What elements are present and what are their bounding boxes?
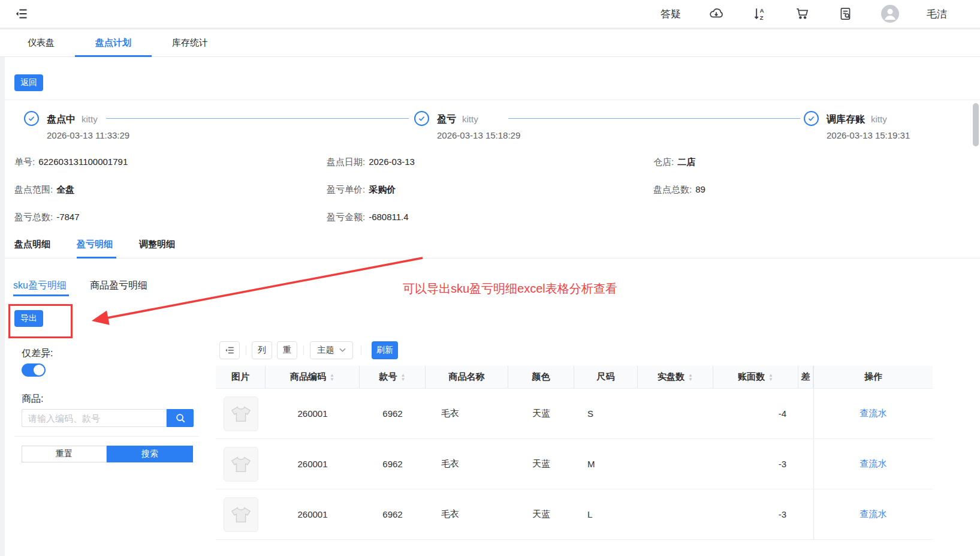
cell-color: 天蓝 [508, 489, 574, 539]
field-store-label: 仓店: [653, 157, 674, 167]
inventory-app: 答疑 A Z [0, 0, 980, 556]
sort-icon[interactable]: ▲▼ [330, 373, 334, 381]
table-row: 260001 6962 毛衣 天蓝 M -3 查流水 [216, 439, 933, 489]
table-row: 260001 6962 毛衣 天蓝 S -4 查流水 [216, 389, 933, 439]
page-gutter [0, 57, 5, 556]
tab-stocktake-detail[interactable]: 盘点明细 [14, 239, 50, 250]
cell-clipped [798, 489, 813, 539]
table-settings-button[interactable] [219, 341, 240, 359]
cell-name: 毛衣 [426, 389, 508, 438]
tab-adjust-detail[interactable]: 调整明细 [139, 239, 175, 250]
svg-text:A: A [760, 7, 764, 14]
reset-button[interactable]: 重置 [22, 446, 107, 462]
section-divider [5, 100, 980, 100]
cell-book: -4 [713, 389, 798, 438]
cell-clipped [798, 439, 813, 489]
sort-icon[interactable]: ▲▼ [688, 373, 693, 381]
cell-book: -3 [713, 439, 798, 489]
cell-name: 毛衣 [426, 489, 508, 539]
flow-link[interactable]: 查流水 [860, 408, 887, 419]
tab-profit-loss-detail[interactable]: 盈亏明细 [77, 239, 113, 250]
sort-icon[interactable]: ▲▼ [768, 373, 773, 381]
cell-size: S [574, 389, 638, 438]
tab-dashboard-label: 仪表盘 [28, 37, 55, 49]
flow-link[interactable]: 查流水 [860, 509, 887, 520]
product-search-input[interactable] [22, 409, 167, 427]
help-link[interactable]: 答疑 [661, 7, 681, 21]
field-scope-label: 盘点范围: [14, 184, 53, 194]
toolbar-divider-2 [303, 345, 304, 355]
shirt-icon [230, 453, 252, 476]
col-header-image: 图片 [216, 366, 266, 388]
search-button[interactable]: 搜索 [107, 446, 193, 462]
search-icon [175, 413, 186, 423]
col-header-style[interactable]: 款号▲▼ [360, 366, 426, 388]
cell-code: 260001 [266, 389, 360, 438]
cell-name: 毛衣 [426, 439, 508, 489]
field-scope: 盘点范围:全盘 [14, 184, 74, 196]
field-total-count: 盘点总数:89 [653, 184, 705, 196]
flow-link[interactable]: 查流水 [860, 458, 887, 470]
refresh-button[interactable]: 刷新 [372, 341, 398, 359]
subtab-sku-pl[interactable]: sku盈亏明细 [13, 279, 67, 292]
field-pl-amount-label: 盈亏金额: [327, 212, 365, 222]
product-image-placeholder[interactable] [224, 497, 258, 532]
avatar[interactable] [881, 5, 899, 23]
columns-button[interactable]: 列 [252, 341, 272, 359]
field-pl-total-label: 盈亏总数: [14, 212, 53, 222]
field-pl-amount-value: -680811.4 [369, 212, 408, 222]
toggle-knob [34, 365, 44, 375]
annotation-text: 可以导出sku盈亏明细excel表格分析查看 [403, 281, 617, 297]
active-subtab-underline [13, 294, 69, 296]
field-store-value: 二店 [677, 157, 695, 167]
tab-stocktake-plan-label: 盘点计划 [95, 37, 131, 49]
sort-icon[interactable]: ▲▼ [401, 373, 406, 381]
field-price-type-label: 盈亏单价: [327, 184, 365, 194]
document-search-icon[interactable] [838, 6, 854, 22]
cloud-download-icon[interactable] [708, 6, 724, 22]
username[interactable]: 毛洁 [927, 7, 947, 21]
weight-button[interactable]: 重 [277, 341, 297, 359]
list-settings-icon [224, 345, 235, 356]
product-image-placeholder[interactable] [224, 447, 258, 482]
col-header-name: 商品名称 [426, 366, 508, 388]
cell-clipped [798, 389, 813, 438]
step2-operator: kitty [462, 114, 478, 124]
field-stocktake-date-label: 盘点日期: [327, 157, 365, 167]
col-header-code[interactable]: 商品编码▲▼ [266, 366, 360, 388]
field-store: 仓店:二店 [653, 157, 695, 168]
cell-actual [638, 489, 713, 539]
col-header-color: 颜色 [508, 366, 574, 388]
theme-dropdown-label: 主题 [318, 345, 334, 356]
collapse-menu-icon[interactable] [14, 7, 29, 21]
col-header-actual[interactable]: 实盘数▲▼ [638, 366, 713, 388]
detail-tabs: 盘点明细 盈亏明细 调整明细 [5, 236, 980, 259]
chevron-down-icon [339, 348, 346, 353]
shopping-cart-icon[interactable] [795, 6, 810, 22]
subtab-product-pl[interactable]: 商品盈亏明细 [90, 279, 147, 292]
cell-actual [638, 439, 713, 489]
svg-text:Z: Z [760, 14, 764, 21]
field-total-count-label: 盘点总数: [653, 184, 692, 194]
cell-style: 6962 [360, 389, 426, 438]
field-stocktake-date: 盘点日期:2026-03-13 [327, 157, 415, 168]
step3-time: 2026-03-13 15:19:31 [827, 130, 910, 140]
product-label: 商品: [22, 393, 43, 405]
step1-title: 盘点中kitty [47, 113, 98, 126]
tab-inventory-stats[interactable]: 库存统计 [152, 29, 228, 56]
cell-style: 6962 [360, 439, 426, 489]
tab-dashboard[interactable]: 仪表盘 [7, 29, 75, 56]
vertical-scrollbar-thumb[interactable] [973, 103, 979, 146]
step3-check-icon [804, 111, 819, 126]
sort-az-icon[interactable]: A Z [752, 6, 767, 22]
theme-dropdown[interactable]: 主题 [310, 341, 353, 359]
col-header-action: 操作 [813, 366, 933, 388]
toolbar-divider-3 [361, 345, 361, 355]
export-button[interactable]: 导出 [14, 310, 43, 327]
col-header-book[interactable]: 账面数▲▼ [713, 366, 798, 388]
diff-only-toggle[interactable] [22, 363, 46, 377]
back-button[interactable]: 返回 [14, 74, 43, 91]
product-image-placeholder[interactable] [224, 396, 258, 431]
input-search-button[interactable] [167, 409, 194, 427]
tab-stocktake-plan[interactable]: 盘点计划 [75, 29, 152, 56]
